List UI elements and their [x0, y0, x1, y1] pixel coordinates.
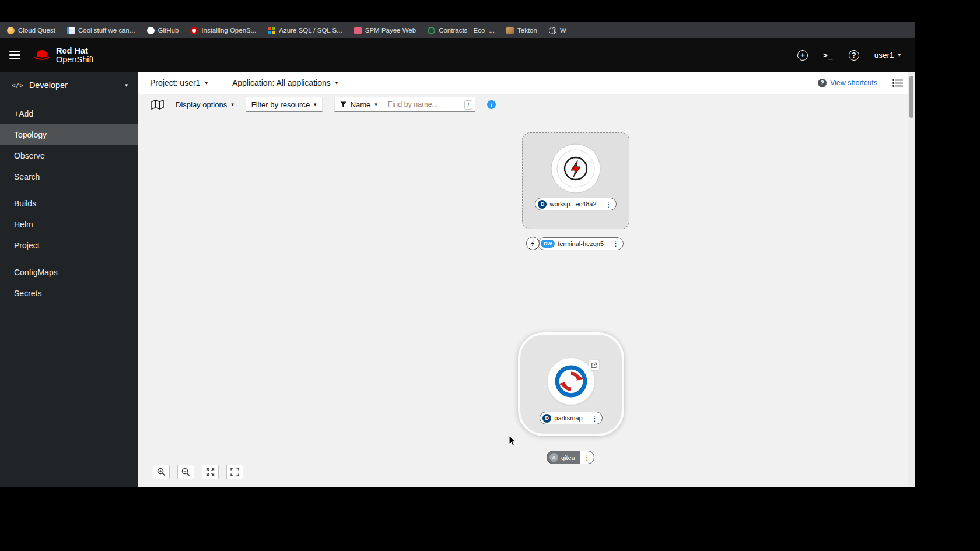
redhat-fedora-icon: [33, 48, 51, 62]
zoom-in-button[interactable]: [153, 465, 170, 479]
parksmap-application-group[interactable]: D parksmap ⋮: [518, 332, 624, 436]
perspective-switcher[interactable]: </> Developer ▾: [0, 72, 138, 97]
mini-zap-icon: [530, 240, 536, 247]
list-view-icon[interactable]: [892, 79, 903, 87]
view-shortcuts-label: View shortcuts: [830, 79, 877, 87]
workspace-node-label: worksp...ec48a2: [550, 201, 596, 208]
bookmark-cool-stuff[interactable]: Cool stuff we can...: [67, 27, 135, 34]
redhat-openshift-logo[interactable]: Red Hat OpenShift: [33, 47, 94, 64]
application-selector-label: Application: All applications: [232, 78, 331, 87]
application-badge: A: [550, 453, 558, 462]
chevron-down-icon: ▾: [205, 80, 208, 86]
mouse-cursor: [508, 435, 517, 447]
sidebar-item-builds[interactable]: Builds: [0, 193, 138, 214]
sidebar-item-configmaps[interactable]: ConfigMaps: [0, 262, 138, 283]
quick-create-plus-icon[interactable]: +: [797, 50, 808, 61]
project-selector[interactable]: Project: user1 ▾: [150, 78, 208, 87]
perspective-label: Developer: [29, 80, 68, 90]
topology-canvas[interactable]: D worksp...ec48a2 ⋮: [138, 114, 915, 487]
sidebar-item-search[interactable]: Search: [0, 166, 138, 187]
display-options-dropdown[interactable]: Display options ▾: [176, 100, 234, 109]
terminal-node-label-pill[interactable]: DW terminal-hezqn5 ⋮: [538, 237, 624, 250]
sidebar-item-helm[interactable]: Helm: [0, 214, 138, 235]
view-shortcuts-link[interactable]: ? View shortcuts: [818, 79, 877, 87]
deployment-badge: D: [542, 414, 551, 423]
workspace-pill-main: D worksp...ec48a2: [536, 198, 600, 210]
zoom-out-button[interactable]: [177, 465, 194, 479]
bookmark-tekton[interactable]: Tekton: [506, 27, 537, 34]
sidebar-item-add[interactable]: +Add: [0, 103, 138, 124]
bookmark-label: SPM Payee Web: [365, 27, 416, 34]
bookmark-label: Cloud Quest: [18, 27, 55, 34]
spm-favicon-icon: [354, 27, 362, 34]
chevron-down-icon: ▾: [374, 102, 377, 107]
parksmap-node-circle[interactable]: [548, 358, 594, 405]
terminal-node-circle[interactable]: [526, 237, 540, 250]
chevron-down-icon: ▾: [335, 80, 338, 86]
sidebar-item-topology[interactable]: Topology: [0, 124, 138, 145]
brand-text: Red Hat OpenShift: [56, 47, 94, 64]
bookmarks-bar: Cloud Quest Cool stuff we can... GitHub …: [0, 22, 915, 38]
context-bar: Project: user1 ▾ Application: All applic…: [138, 72, 915, 94]
bookmark-installing-openshift[interactable]: Installing OpenS...: [190, 27, 256, 34]
letterbox-frame: Cloud Quest Cool stuff we can... GitHub …: [0, 0, 980, 551]
bookmark-label: Installing OpenS...: [201, 27, 256, 34]
application-selector[interactable]: Application: All applications ▾: [232, 78, 338, 87]
contracts-favicon-icon: [428, 27, 435, 34]
find-by-name-input[interactable]: [383, 100, 475, 108]
scrollbar-thumb[interactable]: [909, 76, 914, 118]
workspace-kebab-menu-icon[interactable]: ⋮: [601, 198, 616, 210]
gitea-application-label-pill[interactable]: A gitea ⋮: [547, 451, 594, 464]
gitea-kebab-menu-icon[interactable]: ⋮: [580, 451, 594, 464]
bookmark-github[interactable]: GitHub: [147, 27, 179, 34]
open-url-external-link-icon[interactable]: [589, 360, 599, 370]
bookmark-w[interactable]: W: [549, 27, 566, 34]
openshift-favicon-icon: [190, 27, 198, 34]
parksmap-kebab-menu-icon[interactable]: ⋮: [587, 412, 602, 424]
sidebar-item-secrets[interactable]: Secrets: [0, 283, 138, 304]
workspace-node-label-pill[interactable]: D worksp...ec48a2 ⋮: [535, 198, 616, 210]
gitea-pill-main: A gitea: [547, 451, 580, 464]
help-icon[interactable]: ?: [849, 50, 859, 61]
github-favicon-icon: [147, 27, 155, 34]
bookmark-contracts-eco[interactable]: Contracts - Eco -...: [428, 27, 495, 34]
parksmap-pill-main: D parksmap: [540, 412, 586, 424]
bookmark-cloud-quest[interactable]: Cloud Quest: [7, 27, 55, 34]
bookmark-azure-sql[interactable]: Azure SQL / SQL S...: [268, 27, 342, 34]
filter-by-resource-dropdown[interactable]: Filter by resource ▾: [246, 97, 323, 112]
sidebar-item-project[interactable]: Project: [0, 235, 138, 256]
cloud-quest-favicon-icon: [7, 27, 15, 34]
bookmark-spm-payee-web[interactable]: SPM Payee Web: [354, 27, 416, 34]
info-icon[interactable]: i: [487, 100, 496, 109]
web-terminal-icon[interactable]: >_: [823, 51, 834, 59]
name-filter-dropdown[interactable]: Name ▾: [334, 97, 383, 112]
parksmap-node-label-pill[interactable]: D parksmap ⋮: [540, 412, 602, 424]
export-topology-map-icon[interactable]: [151, 100, 164, 110]
terminal-kebab-menu-icon[interactable]: ⋮: [608, 238, 623, 250]
bookmark-label: GitHub: [158, 27, 179, 34]
topology-toolbar: Display options ▾ Filter by resource ▾ N…: [138, 94, 915, 114]
sidebar-group-config: ConfigMaps Secrets: [0, 262, 138, 304]
terminal-workspace-node[interactable]: DW terminal-hezqn5 ⋮: [526, 237, 624, 250]
user-menu[interactable]: user1 ▾: [874, 51, 901, 59]
tekton-favicon-icon: [506, 27, 514, 34]
chevron-down-icon: ▾: [231, 102, 234, 107]
brand-line1: Red Hat: [56, 47, 94, 55]
doc-favicon-icon: [67, 27, 75, 34]
sidebar-item-observe[interactable]: Observe: [0, 145, 138, 166]
parksmap-logo-icon: [554, 364, 588, 398]
code-perspective-icon: </>: [12, 82, 23, 89]
fullscreen-icon: [230, 468, 239, 476]
terminal-pill-main: DW terminal-hezqn5: [538, 238, 608, 250]
sidebar-nav: </> Developer ▾ +Add Topology Observe Se…: [0, 72, 138, 487]
devworkspace-badge: DW: [541, 240, 555, 248]
fit-to-screen-button[interactable]: [202, 465, 219, 479]
microsoft-favicon-icon: [268, 27, 275, 34]
project-selector-label: Project: user1: [150, 78, 200, 87]
bookmark-label: Contracts - Eco -...: [439, 27, 495, 34]
fullscreen-button[interactable]: [226, 465, 243, 479]
nav-toggle-hamburger-icon[interactable]: [9, 51, 20, 59]
workspace-deployment-node[interactable]: D worksp...ec48a2 ⋮: [522, 132, 629, 229]
browser-scrollbar: [908, 72, 915, 487]
globe-favicon-icon: [549, 27, 556, 34]
